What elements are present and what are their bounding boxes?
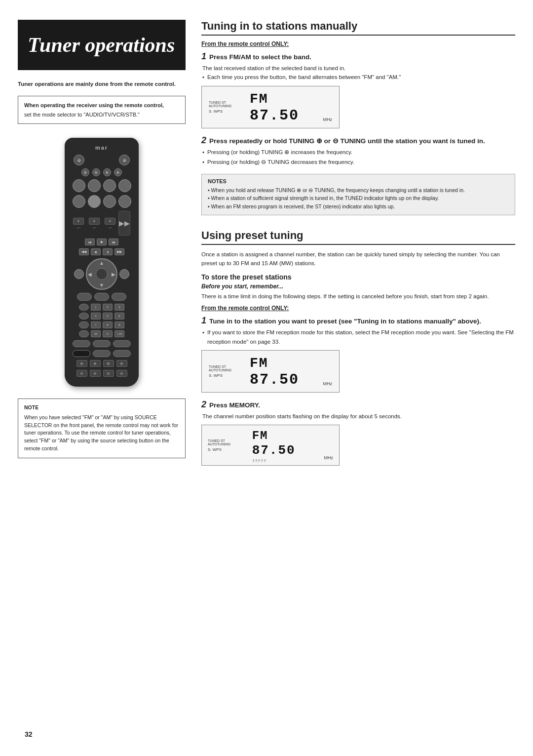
remote-small-oval-row [77, 293, 126, 301]
page-number: 32 [25, 730, 33, 738]
vol-plus3: + [105, 218, 115, 225]
title-box: Tuner operations [18, 20, 186, 70]
num10: 10 [91, 330, 101, 337]
step2-bullet2: Pressing (or holding) ⊖ TUNING decreases… [202, 158, 515, 166]
btn-2: ⏻ [92, 168, 100, 176]
display-freq1: FM 87.50 [250, 90, 315, 124]
num7: 7 [91, 321, 101, 328]
step2-title: 2 Press repeatedly or hold TUNING ⊕ or ⊖… [201, 135, 515, 146]
remote-circle-btn3 [103, 179, 116, 192]
minus3: ⊖ [103, 370, 114, 377]
from-label2: From the remote control ONLY: [201, 305, 515, 312]
num0: 0 [103, 330, 113, 337]
remote-circle-btn8 [118, 195, 131, 208]
display-panel1: TUNED ST AUTOTUNING S. WPS FM 87.50 MHz [201, 86, 340, 128]
oval2 [93, 340, 111, 347]
preset-step1-bullet1: If you want to store the FM reception mo… [202, 328, 515, 346]
vol-col1: + — [73, 218, 84, 229]
note-item1: When you hold and release TUNING ⊕ or ⊖ … [208, 186, 509, 195]
step2-body: Pressing (or holding) TUNING ⊕ increases… [202, 148, 515, 167]
step2-bullet2-text: Pressing (or holding) ⊖ TUNING decreases… [207, 158, 354, 166]
step2-num: 2 [201, 135, 206, 146]
section2-title: Using preset tuning [201, 229, 515, 245]
preset-step1-title-text: Tune in to the station you want to prese… [209, 318, 481, 325]
side-arrow: ▶▶ [118, 211, 130, 236]
page-title: Tuner operations [28, 34, 176, 56]
nav-down-icon: ▼ [99, 282, 104, 288]
notes-list1: When you hold and release TUNING ⊕ or ⊖ … [208, 186, 509, 211]
blank-btn2 [79, 330, 89, 337]
flashing-indicator: ╒╒╒╒╒ [252, 458, 318, 462]
tuned-label1: TUNED ST AUTOTUNING [209, 101, 242, 108]
right-column: Tuning in to stations manually From the … [201, 20, 515, 482]
left-column: Tuner operations Tuner operations are ma… [18, 20, 186, 482]
num8: 8 [103, 321, 113, 328]
display-indicators3: TUNED ST AUTOTUNING S. WPS [208, 439, 246, 452]
num6: 6 [114, 313, 124, 319]
step1-bullet1: Each time you press the button, the band… [202, 73, 515, 81]
step1-body: The last received station of the selecte… [202, 64, 515, 82]
remote-circle-btn7 [103, 195, 116, 208]
oval6 [113, 350, 131, 357]
step1-title-text: Press FM/AM to select the band. [209, 53, 311, 61]
step1-bullet1-text: Each time you press the button, the band… [207, 73, 401, 81]
btn-3: ⏻ [103, 168, 111, 176]
num1: 1 [91, 304, 101, 311]
display-freq-area3: FM 87.50 ╒╒╒╒╒ [252, 428, 318, 462]
vol-col2: + — [89, 218, 100, 229]
volume-section: + — + — + — [73, 218, 115, 229]
nav-right-icon: ▶ [112, 272, 115, 277]
preset-step2-title-text: Press MEMORY. [209, 401, 260, 409]
num4: 4 [91, 313, 101, 319]
vol-label3: — [109, 226, 112, 229]
remote-power-btn-right: ⏻ [119, 155, 130, 165]
play-btn: ▶ [97, 239, 107, 245]
step1-body-text: The last received station of the selecte… [202, 64, 515, 73]
section-tuning-manually: Tuning in to stations manually From the … [201, 20, 515, 219]
nav-center-btn [96, 268, 108, 280]
btn-4: ⏻ [114, 168, 122, 176]
display-mhz1: MHz [323, 117, 333, 122]
blank-btn [79, 321, 89, 328]
c-btn [79, 313, 89, 319]
remote-circle-row1 [70, 179, 134, 192]
remote-small-power-row: ⏻ ⏻ ⏻ ⏻ [70, 168, 134, 176]
plus4: ⊕ [116, 360, 127, 367]
vol-plus: + [73, 218, 84, 225]
pause-btn: ⏸ [103, 248, 113, 255]
step1-title: 1 Press FM/AM to select the band. [201, 51, 515, 62]
preset-step1-body: If you want to store the FM reception mo… [202, 328, 515, 346]
oval-row2 [73, 350, 131, 357]
preset-step1-title: 1 Tune in to the station you want to pre… [201, 316, 515, 326]
plus1: ⊕ [76, 360, 87, 367]
nav-up-icon: ▲ [99, 260, 104, 266]
num2: 2 [103, 304, 113, 311]
band-indicator3: S. WPS [208, 447, 246, 452]
warning-line2: set the mode selector to "AUDIO/TV/VCR/S… [24, 112, 140, 118]
ff-btn: ⏭ [109, 239, 118, 245]
num9: 9 [114, 321, 124, 328]
minus1: ⊖ [76, 370, 87, 377]
preset-step2-num: 2 [201, 399, 206, 410]
remote-brand: mar [95, 145, 108, 151]
nav-section: ▲ ▼ ◀ ▶ [74, 258, 129, 290]
display-panel3: TUNED ST AUTOTUNING S. WPS FM 87.50 ╒╒╒╒… [201, 425, 340, 466]
vol-plus2: + [89, 218, 100, 225]
nav-right-btn [119, 269, 129, 279]
display-freq2: FM 87.50 [250, 355, 315, 388]
remote-power-btn-left: ⏻ [74, 155, 84, 165]
oval3 [113, 340, 131, 347]
display-freq3: FM 87.50 [252, 428, 318, 458]
small-btn3 [112, 293, 126, 301]
oval5 [93, 350, 111, 357]
btn-1: ⏻ [81, 168, 89, 176]
remote-control: mar ⏻ ⏻ ⏻ ⏻ ⏻ ⏻ [65, 138, 139, 387]
section-preset-tuning: Using preset tuning Once a station is as… [201, 229, 515, 473]
from-label1: From the remote control ONLY: [201, 40, 515, 47]
remote-circle-row2 [70, 195, 134, 208]
plus2: ⊕ [90, 360, 101, 367]
display-panel2: TUNED ST AUTOTUNING S. WPS FM 87.50 MHz [201, 350, 340, 393]
tuned-label3: TUNED ST AUTOTUNING [208, 439, 246, 446]
nav-left-icon: ◀ [88, 272, 92, 277]
preset-intro: Once a station is assigned a channel num… [201, 250, 515, 268]
